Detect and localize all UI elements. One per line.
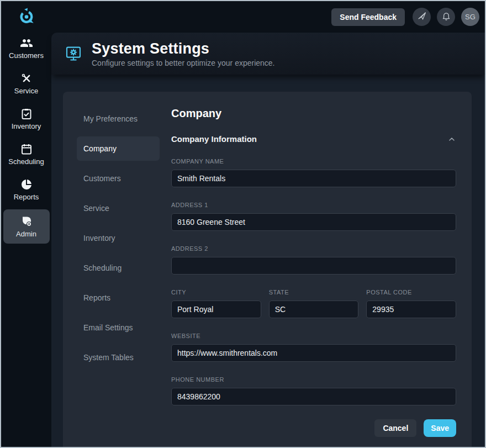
content-area: My Preferences Company Customers Service…	[51, 75, 485, 447]
reports-icon	[20, 178, 33, 191]
bell-icon	[441, 11, 451, 23]
admin-icon	[20, 215, 33, 228]
settings-tab-customers[interactable]: Customers	[77, 166, 160, 191]
website-field: WEBSITE	[171, 318, 456, 362]
city-label: CITY	[171, 289, 261, 296]
user-avatar[interactable]: SG	[461, 8, 479, 26]
postal-code-field: POSTAL CODE	[366, 275, 456, 318]
cancel-button[interactable]: Cancel	[374, 419, 416, 437]
system-settings-icon	[65, 45, 82, 62]
settings-tab-scheduling[interactable]: Scheduling	[77, 256, 160, 280]
settings-tab-service[interactable]: Service	[77, 196, 160, 220]
sidebar-item-label: Reports	[14, 193, 39, 201]
state-input[interactable]	[269, 301, 359, 318]
inventory-icon	[20, 107, 33, 120]
phone-number-input[interactable]	[171, 388, 456, 405]
state-field: STATE	[269, 275, 359, 318]
sidebar-nav: Customers Service Inventory Scheduling	[1, 33, 51, 248]
scheduling-icon	[20, 143, 33, 156]
address2-field: ADDRESS 2	[171, 231, 456, 275]
sidebar-item-inventory[interactable]: Inventory	[3, 103, 50, 134]
settings-tab-system-tables[interactable]: System Tables	[77, 345, 160, 370]
form-title: Company	[171, 107, 456, 120]
main-area: Send Feedback SG	[51, 1, 485, 447]
sidebar-item-label: Inventory	[12, 122, 41, 130]
postal-code-label: POSTAL CODE	[366, 289, 456, 296]
postal-code-input[interactable]	[366, 301, 456, 318]
page-subtitle: Configure settings to better optimize yo…	[92, 59, 275, 67]
state-label: STATE	[269, 289, 359, 296]
sidebar-item-label: Service	[14, 87, 38, 95]
city-state-postal-row: CITY STATE POSTAL CODE	[171, 275, 456, 318]
address2-input[interactable]	[171, 257, 456, 275]
address2-label: ADDRESS 2	[171, 245, 456, 252]
settings-tab-reports[interactable]: Reports	[77, 286, 160, 310]
topbar: Send Feedback SG	[51, 1, 485, 33]
phone-number-field: PHONE NUMBER	[171, 362, 456, 405]
settings-tab-my-preferences[interactable]: My Preferences	[77, 107, 160, 131]
send-button[interactable]	[413, 8, 431, 26]
company-name-input[interactable]	[171, 170, 456, 187]
sidebar-item-label: Scheduling	[8, 157, 44, 166]
sidebar: Customers Service Inventory Scheduling	[1, 1, 51, 447]
sidebar-item-admin[interactable]: Admin	[3, 209, 50, 244]
chevron-up-icon[interactable]	[447, 135, 456, 144]
phone-number-label: PHONE NUMBER	[171, 376, 456, 383]
page-header: System Settings Configure settings to be…	[51, 33, 485, 75]
website-label: WEBSITE	[171, 333, 456, 339]
address1-label: ADDRESS 1	[171, 202, 456, 208]
notifications-button[interactable]	[437, 8, 455, 26]
customers-icon	[20, 36, 33, 50]
page-header-text: System Settings Configure settings to be…	[92, 40, 275, 67]
form-actions: Cancel Save	[171, 419, 456, 437]
company-information-section-header[interactable]: Company Information	[171, 134, 456, 144]
sidebar-item-customers[interactable]: Customers	[3, 33, 50, 64]
page-title: System Settings	[92, 40, 275, 57]
website-input[interactable]	[171, 344, 456, 362]
city-field: CITY	[171, 275, 261, 318]
settings-panel: My Preferences Company Customers Service…	[63, 92, 472, 447]
city-input[interactable]	[171, 301, 261, 318]
settings-tab-email-settings[interactable]: Email Settings	[77, 315, 160, 340]
address1-field: ADDRESS 1	[171, 187, 456, 231]
section-title: Company Information	[171, 134, 257, 144]
sidebar-item-reports[interactable]: Reports	[3, 174, 50, 205]
company-name-label: COMPANY NAME	[171, 158, 456, 165]
company-form: Company Company Information COMPANY NAME…	[171, 107, 456, 447]
settings-nav: My Preferences Company Customers Service…	[77, 107, 160, 447]
logo-icon	[17, 7, 36, 28]
service-icon	[20, 72, 33, 85]
settings-tab-company[interactable]: Company	[77, 136, 160, 161]
sidebar-item-label: Customers	[9, 51, 44, 60]
send-feedback-button[interactable]: Send Feedback	[331, 8, 405, 26]
settings-tab-inventory[interactable]: Inventory	[77, 226, 160, 250]
sidebar-item-service[interactable]: Service	[3, 68, 50, 99]
address1-input[interactable]	[171, 213, 456, 231]
paper-plane-icon	[417, 11, 427, 23]
sidebar-item-scheduling[interactable]: Scheduling	[3, 139, 50, 170]
app-window: Customers Service Inventory Scheduling	[0, 0, 486, 448]
sidebar-item-label: Admin	[16, 230, 36, 238]
save-button[interactable]: Save	[424, 419, 456, 437]
company-name-field: COMPANY NAME	[171, 144, 456, 187]
app-logo[interactable]	[1, 1, 51, 33]
